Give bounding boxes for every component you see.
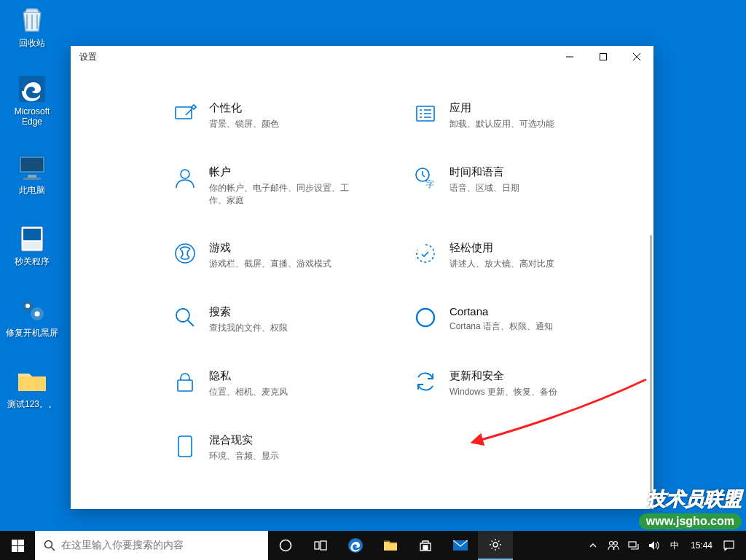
time-language-icon: 字 xyxy=(413,165,438,190)
icon-label: 秒关程序 xyxy=(15,256,50,267)
category-ease-of-access[interactable]: 轻松使用讲述人、放大镜、高对比度 xyxy=(413,241,624,270)
category-gaming[interactable]: 游戏游戏栏、截屏、直播、游戏模式 xyxy=(173,241,384,270)
category-desc: 背景、锁屏、颜色 xyxy=(209,118,279,130)
taskbar-search[interactable]: 在这里输入你要搜索的内容 xyxy=(35,531,268,560)
category-desc: Windows 更新、恢复、备份 xyxy=(449,386,557,398)
svg-rect-26 xyxy=(18,546,24,552)
svg-rect-24 xyxy=(18,540,24,545)
svg-rect-12 xyxy=(600,54,607,60)
svg-point-37 xyxy=(493,543,498,547)
gaming-icon xyxy=(173,241,197,266)
category-personalization[interactable]: 个性化背景、锁屏、颜色 xyxy=(173,101,384,130)
tray-ime-icon[interactable]: 中 xyxy=(666,531,683,560)
svg-point-20 xyxy=(417,309,434,326)
svg-rect-32 xyxy=(423,545,425,548)
category-desc: Cortana 语言、权限、通知 xyxy=(449,320,553,333)
scrollbar[interactable] xyxy=(650,235,652,509)
system-tray: 中 15:44 xyxy=(584,531,746,560)
computer-icon xyxy=(15,151,50,184)
close-button[interactable] xyxy=(620,46,653,68)
svg-point-27 xyxy=(45,541,52,548)
taskbar-edge[interactable] xyxy=(338,531,373,560)
svg-rect-0 xyxy=(19,76,45,102)
category-title: 轻松使用 xyxy=(449,241,554,255)
watermark-line2: www.jsgho.com xyxy=(639,513,742,529)
svg-rect-25 xyxy=(12,546,17,552)
minimize-button[interactable] xyxy=(553,46,586,68)
svg-point-28 xyxy=(280,540,291,551)
category-cortana[interactable]: CortanaCortana 语言、权限、通知 xyxy=(413,305,624,334)
category-desc: 游戏栏、截屏、直播、游戏模式 xyxy=(209,258,331,270)
search-icon xyxy=(44,540,55,551)
mixed-reality-icon xyxy=(173,433,197,458)
test-folder[interactable]: 测试123。。 xyxy=(4,366,60,409)
edge-icon xyxy=(15,73,50,105)
shutdown-app[interactable]: 秒关程序 xyxy=(4,223,60,267)
watermark-line1: 技术员联盟 xyxy=(639,486,742,512)
category-desc: 语音、区域、日期 xyxy=(449,182,519,194)
tray-people-icon[interactable] xyxy=(605,531,622,560)
category-title: 个性化 xyxy=(209,101,279,115)
category-title: 搜索 xyxy=(209,305,288,319)
watermark: 技术员联盟 www.jsgho.com xyxy=(639,486,742,529)
tray-volume-icon[interactable] xyxy=(645,531,663,560)
window-title: 设置 xyxy=(79,51,97,63)
category-title: 游戏 xyxy=(209,241,331,255)
category-desc: 讲述人、放大镜、高对比度 xyxy=(449,258,554,270)
category-search[interactable]: 搜索查找我的文件、权限 xyxy=(173,305,384,334)
svg-rect-34 xyxy=(423,548,425,550)
category-privacy[interactable]: 隐私位置、相机、麦克风 xyxy=(173,369,384,398)
cortana-button[interactable] xyxy=(268,531,303,560)
category-accounts[interactable]: 帐户你的帐户、电子邮件、同步设置、工作、家庭 xyxy=(173,165,384,207)
svg-rect-35 xyxy=(426,548,428,550)
this-pc[interactable]: 此电脑 xyxy=(4,151,60,195)
taskbar-store[interactable] xyxy=(408,531,443,560)
update-icon xyxy=(413,369,438,394)
svg-point-15 xyxy=(181,170,189,178)
category-desc: 位置、相机、麦克风 xyxy=(209,386,288,398)
taskbar-explorer[interactable] xyxy=(373,531,408,560)
icon-label: 修复开机黑屏 xyxy=(6,328,58,338)
search-icon xyxy=(173,305,197,330)
category-apps[interactable]: 应用卸载、默认应用、可选功能 xyxy=(413,101,624,130)
svg-rect-30 xyxy=(321,541,326,550)
svg-point-38 xyxy=(609,542,613,545)
svg-point-19 xyxy=(176,309,189,322)
apps-icon xyxy=(413,101,438,126)
category-desc: 环境、音频、显示 xyxy=(209,450,279,462)
microsoft-edge[interactable]: Microsoft Edge xyxy=(4,73,60,127)
tray-chevron-up-icon[interactable] xyxy=(584,531,602,560)
recycle-bin[interactable]: 回收站 xyxy=(4,4,60,48)
taskbar: 在这里输入你要搜索的内容 中 15:44 xyxy=(0,531,746,560)
ease-icon xyxy=(413,241,438,266)
category-title: 应用 xyxy=(449,101,554,115)
svg-rect-41 xyxy=(724,541,734,548)
shutdown-icon xyxy=(15,223,50,255)
start-button[interactable] xyxy=(0,531,35,560)
svg-rect-21 xyxy=(178,380,192,391)
gears-icon xyxy=(15,294,50,326)
tray-clock[interactable]: 15:44 xyxy=(686,531,717,560)
svg-rect-40 xyxy=(629,542,636,547)
category-update-security[interactable]: 更新和安全Windows 更新、恢复、备份 xyxy=(413,369,624,398)
maximize-button[interactable] xyxy=(586,46,620,68)
svg-rect-13 xyxy=(176,107,192,119)
category-mixed-reality[interactable]: 混合现实环境、音频、显示 xyxy=(173,433,384,462)
tray-network-icon[interactable] xyxy=(625,531,643,560)
svg-point-11 xyxy=(35,312,40,317)
task-view-button[interactable] xyxy=(303,531,338,560)
account-icon xyxy=(173,165,197,190)
category-title: 隐私 xyxy=(209,369,288,383)
show-desktop-button[interactable] xyxy=(740,531,745,560)
category-title: Cortana xyxy=(449,305,553,318)
fix-blackscreen[interactable]: 修复开机黑屏 xyxy=(4,294,60,338)
tray-notifications-icon[interactable] xyxy=(720,531,737,560)
cortana-icon xyxy=(413,305,438,330)
svg-text:字: 字 xyxy=(425,179,434,189)
category-title: 帐户 xyxy=(209,165,355,179)
category-time-language[interactable]: 字 时间和语言语音、区域、日期 xyxy=(413,165,624,207)
svg-rect-22 xyxy=(178,436,192,457)
taskbar-mail[interactable] xyxy=(443,531,478,560)
svg-rect-4 xyxy=(23,178,41,180)
taskbar-settings[interactable] xyxy=(478,531,513,560)
